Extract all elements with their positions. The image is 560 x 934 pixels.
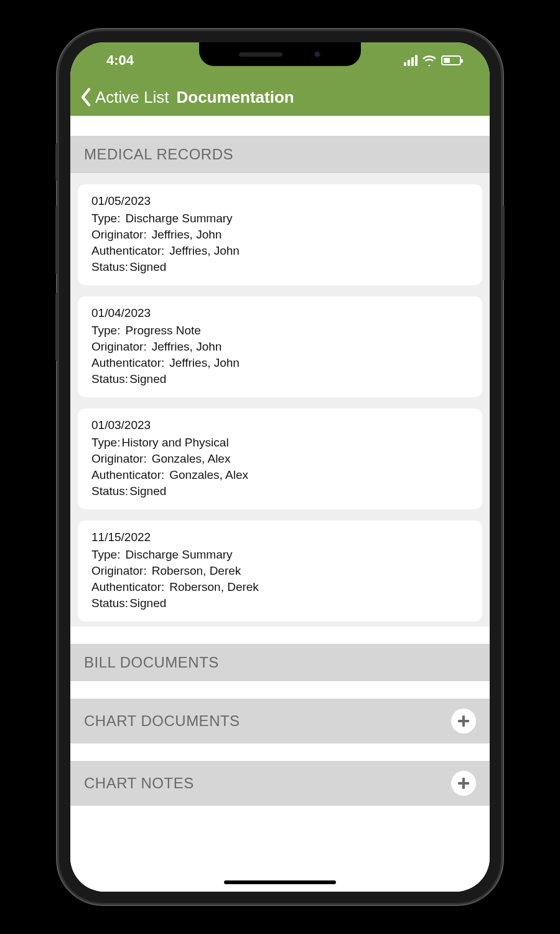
page-title: Documentation bbox=[177, 88, 294, 107]
svg-rect-3 bbox=[458, 782, 469, 785]
record-authenticator: Jeffries, John bbox=[169, 244, 240, 257]
record-status: Signed bbox=[129, 597, 166, 610]
record-date: 01/04/2023 bbox=[91, 306, 469, 320]
label-status: Status: bbox=[91, 260, 128, 273]
wifi-icon bbox=[422, 55, 436, 66]
nav-bar: Active List Documentation bbox=[70, 78, 490, 116]
chevron-left-icon bbox=[79, 88, 93, 106]
record-date: 11/15/2022 bbox=[91, 531, 469, 544]
notch bbox=[199, 42, 361, 66]
label-originator: Originator: bbox=[91, 452, 147, 465]
record-type: History and Physical bbox=[121, 436, 228, 449]
section-header-chart-documents[interactable]: CHART DOCUMENTS bbox=[70, 699, 490, 743]
section-title: BILL DOCUMENTS bbox=[84, 654, 219, 671]
svg-rect-1 bbox=[458, 720, 469, 722]
section-header-medical-records[interactable]: MEDICAL RECORDS bbox=[70, 136, 490, 173]
label-type: Type: bbox=[91, 548, 120, 561]
label-authenticator: Authenticator: bbox=[91, 244, 164, 257]
section-header-chart-notes[interactable]: CHART NOTES bbox=[70, 761, 490, 806]
label-status: Status: bbox=[91, 484, 128, 498]
record-type: Discharge Summary bbox=[125, 212, 232, 225]
record-card[interactable]: 11/15/2022 Type:Discharge Summary Origin… bbox=[78, 521, 482, 621]
record-type: Progress Note bbox=[125, 324, 200, 337]
add-chart-note-button[interactable] bbox=[451, 771, 476, 796]
status-icons bbox=[404, 55, 461, 66]
home-indicator[interactable] bbox=[224, 880, 336, 884]
section-title: MEDICAL RECORDS bbox=[84, 146, 233, 163]
section-header-bill-documents[interactable]: BILL DOCUMENTS bbox=[70, 644, 490, 681]
back-button[interactable]: Active List bbox=[79, 88, 169, 107]
record-authenticator: Jeffries, John bbox=[169, 356, 240, 369]
battery-icon bbox=[441, 55, 461, 65]
content[interactable]: MEDICAL RECORDS 01/05/2023 Type:Discharg… bbox=[70, 116, 490, 892]
medical-records-list: 01/05/2023 Type:Discharge Summary Origin… bbox=[70, 173, 490, 626]
phone-frame: 4:04 bbox=[59, 31, 501, 903]
label-type: Type: bbox=[91, 212, 120, 225]
label-originator: Originator: bbox=[91, 340, 147, 353]
label-originator: Originator: bbox=[91, 564, 147, 577]
status-time: 4:04 bbox=[106, 52, 134, 68]
section-title: CHART DOCUMENTS bbox=[84, 712, 240, 730]
record-originator: Gonzales, Alex bbox=[152, 452, 231, 465]
record-authenticator: Roberson, Derek bbox=[169, 580, 259, 593]
add-chart-document-button[interactable] bbox=[451, 709, 476, 734]
record-card[interactable]: 01/03/2023 Type:History and Physical Ori… bbox=[78, 408, 482, 509]
record-status: Signed bbox=[129, 372, 166, 385]
record-originator: Jeffries, John bbox=[152, 228, 222, 241]
record-type: Discharge Summary bbox=[125, 548, 232, 561]
label-authenticator: Authenticator: bbox=[91, 580, 164, 593]
plus-icon bbox=[457, 776, 470, 790]
record-originator: Roberson, Derek bbox=[152, 564, 241, 577]
record-card[interactable]: 01/04/2023 Type:Progress Note Originator… bbox=[78, 296, 482, 397]
label-authenticator: Authenticator: bbox=[91, 468, 164, 481]
label-authenticator: Authenticator: bbox=[91, 356, 164, 369]
back-label: Active List bbox=[95, 88, 169, 107]
record-status: Signed bbox=[129, 484, 166, 498]
label-type: Type: bbox=[91, 436, 120, 449]
record-date: 01/05/2023 bbox=[91, 194, 469, 208]
record-authenticator: Gonzales, Alex bbox=[169, 468, 248, 481]
label-type: Type: bbox=[91, 324, 120, 337]
section-title: CHART NOTES bbox=[84, 775, 194, 792]
cellular-signal-icon bbox=[404, 55, 418, 66]
plus-icon bbox=[457, 714, 470, 728]
record-originator: Jeffries, John bbox=[152, 340, 222, 353]
screen: 4:04 bbox=[70, 42, 490, 892]
label-originator: Originator: bbox=[91, 228, 147, 241]
label-status: Status: bbox=[91, 597, 128, 610]
label-status: Status: bbox=[91, 372, 128, 385]
record-status: Signed bbox=[129, 260, 166, 273]
record-date: 01/03/2023 bbox=[91, 418, 469, 432]
record-card[interactable]: 01/05/2023 Type:Discharge Summary Origin… bbox=[78, 184, 482, 285]
